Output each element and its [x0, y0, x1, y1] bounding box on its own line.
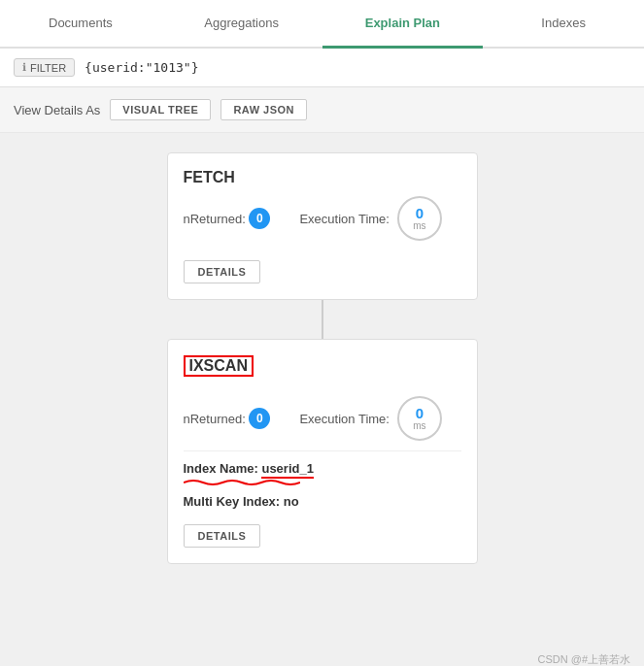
- ixscan-exec-value: 0: [416, 406, 424, 420]
- visual-tree-button[interactable]: VISUAL TREE: [110, 99, 211, 120]
- red-squiggle-decoration: [184, 479, 300, 486]
- filter-value: {userid:"1013"}: [85, 60, 198, 75]
- main-content: FETCH nReturned: 0 Execution Time: 0 ms …: [0, 133, 644, 666]
- filter-bar: ℹ FILTER {userid:"1013"}: [0, 49, 644, 87]
- ixscan-details-button[interactable]: DETAILS: [184, 524, 261, 548]
- tree-connector: [322, 300, 323, 339]
- index-name-label: Index Name:: [184, 461, 258, 476]
- fetch-title: FETCH: [184, 169, 461, 186]
- ixscan-card: IXSCAN nReturned: 0 Execution Time: 0 ms…: [167, 339, 478, 564]
- tabs-bar: Documents Aggregations Explain Plan Inde…: [0, 0, 644, 49]
- ixscan-exec-block: Execution Time: 0 ms: [299, 396, 442, 441]
- filter-label: FILTER: [30, 62, 66, 74]
- fetch-details-button[interactable]: DETAILS: [184, 260, 261, 283]
- raw-json-button[interactable]: RAW JSON: [220, 99, 307, 120]
- ixscan-exec-circle: 0 ms: [397, 396, 442, 441]
- fetch-stats-row: nReturned: 0 Execution Time: 0 ms: [184, 196, 461, 241]
- fetch-exec-block: Execution Time: 0 ms: [299, 196, 442, 241]
- index-name-value: userid_1: [261, 461, 313, 479]
- fetch-exec-circle: 0 ms: [397, 196, 442, 241]
- fetch-nreturned-value: 0: [249, 208, 270, 229]
- ixscan-exec-unit: ms: [413, 420, 425, 431]
- multikey-row: Multi Key Index: no: [184, 494, 461, 509]
- ixscan-nreturned-label: nReturned:: [184, 412, 246, 426]
- fetch-exec-unit: ms: [413, 220, 425, 231]
- tab-documents[interactable]: Documents: [0, 0, 161, 49]
- fetch-exec-label: Execution Time:: [299, 212, 390, 226]
- view-details-label: View Details As: [14, 103, 100, 117]
- fetch-card: FETCH nReturned: 0 Execution Time: 0 ms …: [167, 152, 478, 300]
- index-name-row: Index Name: userid_1: [184, 461, 461, 479]
- multikey-label: Multi Key Index:: [184, 494, 281, 509]
- fetch-exec-value: 0: [416, 206, 424, 220]
- ixscan-divider: [184, 450, 461, 451]
- ixscan-exec-label: Execution Time:: [299, 412, 390, 426]
- view-details-bar: View Details As VISUAL TREE RAW JSON: [0, 87, 644, 133]
- ixscan-title: IXSCAN: [184, 355, 254, 377]
- tab-explain-plan[interactable]: Explain Plan: [322, 0, 484, 49]
- watermark-text: CSDN @#上善若水: [537, 652, 630, 666]
- ixscan-stats-row: nReturned: 0 Execution Time: 0 ms: [184, 396, 461, 441]
- tab-aggregations[interactable]: Aggregations: [161, 0, 322, 49]
- info-icon: ℹ: [22, 61, 26, 74]
- multikey-value: no: [284, 494, 299, 509]
- filter-badge: ℹ FILTER: [14, 58, 75, 77]
- tab-indexes[interactable]: Indexes: [483, 0, 644, 49]
- fetch-nreturned-label: nReturned:: [184, 212, 246, 226]
- ixscan-nreturned-value: 0: [249, 408, 270, 429]
